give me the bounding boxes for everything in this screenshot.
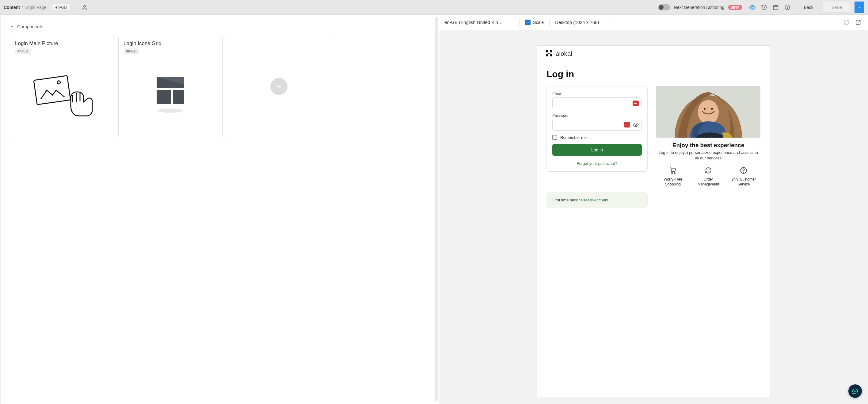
component-card-thumbnail bbox=[124, 54, 217, 134]
email-label: Email bbox=[552, 92, 642, 96]
chevron-down-icon bbox=[607, 20, 610, 25]
add-component-card[interactable] bbox=[227, 36, 331, 137]
component-card-title: Login Icons Grid bbox=[124, 40, 217, 46]
promo-feature-label: 24/7 Customer Service bbox=[728, 177, 759, 187]
help-icon bbox=[740, 166, 748, 175]
breadcrumb-page[interactable]: Login Page bbox=[25, 5, 46, 10]
svg-point-25 bbox=[856, 391, 856, 392]
svg-point-0 bbox=[84, 5, 86, 7]
chevron-down-icon bbox=[10, 25, 14, 29]
preview-locale-value: en-GB (English United Kin… bbox=[444, 20, 503, 25]
promo-feature-shopping: Worry-Free Shopping bbox=[658, 166, 688, 187]
preview-eye-icon[interactable] bbox=[748, 3, 757, 12]
promo-feature-label: Worry-Free Shopping bbox=[658, 177, 688, 187]
svg-rect-4 bbox=[34, 76, 70, 105]
svg-point-1 bbox=[751, 6, 753, 8]
promo-title: Enjoy the best experience bbox=[656, 142, 761, 149]
nga-toggle[interactable] bbox=[658, 4, 670, 10]
signup-prefix: First time here? bbox=[552, 198, 581, 202]
component-card-login-icons-grid[interactable]: Login Icons Grid en-GB bbox=[118, 36, 222, 137]
svg-point-15 bbox=[635, 124, 637, 126]
promo-column: Enjoy the best experience Log in to enjo… bbox=[656, 86, 761, 187]
back-button[interactable]: Back bbox=[804, 5, 813, 10]
top-toolbar: Content / Login Page en-GB Next Generati… bbox=[0, 0, 868, 15]
remember-label: Remember me bbox=[560, 135, 587, 140]
components-section-toggle[interactable]: Components bbox=[10, 24, 428, 29]
svg-rect-7 bbox=[157, 90, 171, 104]
promo-image bbox=[656, 86, 761, 137]
sync-icon bbox=[704, 166, 712, 175]
right-pane: en-GB (English United Kin… Scale Desktop… bbox=[439, 15, 868, 404]
component-card-locale: en-GB bbox=[15, 49, 31, 54]
component-card-title: Login Main Picture bbox=[15, 40, 109, 46]
password-manager-icon[interactable]: ••• bbox=[624, 122, 630, 127]
info-icon[interactable] bbox=[783, 3, 792, 12]
login-submit-button[interactable]: Log in bbox=[552, 144, 642, 156]
svg-rect-10 bbox=[546, 50, 548, 53]
show-password-icon[interactable] bbox=[632, 122, 639, 127]
user-icon[interactable] bbox=[80, 3, 89, 12]
pane-splitter[interactable] bbox=[434, 15, 439, 404]
locale-chip[interactable]: en-GB bbox=[52, 4, 70, 10]
svg-rect-13 bbox=[550, 54, 552, 56]
password-manager-icon[interactable]: ••• bbox=[632, 100, 639, 106]
brand-name: alokai bbox=[556, 50, 572, 57]
svg-point-19 bbox=[672, 173, 673, 174]
svg-point-17 bbox=[704, 108, 706, 110]
refresh-icon[interactable] bbox=[842, 18, 851, 27]
preview-toolbar: en-GB (English United Kin… Scale Desktop… bbox=[439, 15, 868, 30]
svg-point-9 bbox=[158, 108, 183, 113]
promo-subtitle: Log in to enjoy a personalized experienc… bbox=[656, 150, 761, 161]
svg-rect-8 bbox=[173, 90, 184, 104]
component-card-thumbnail bbox=[15, 54, 109, 134]
svg-rect-11 bbox=[550, 50, 552, 53]
create-account-link[interactable]: Create Account bbox=[581, 198, 609, 202]
svg-point-18 bbox=[711, 108, 713, 110]
chat-fab[interactable] bbox=[848, 384, 862, 398]
forgot-password-link[interactable]: Forgot your password? bbox=[552, 161, 642, 166]
login-heading: Log in bbox=[547, 69, 761, 80]
email-input[interactable] bbox=[552, 97, 642, 109]
save-dropdown-button[interactable] bbox=[855, 2, 864, 13]
svg-rect-12 bbox=[546, 54, 548, 56]
scale-toggle[interactable]: Scale bbox=[525, 20, 544, 25]
nga-label: Next Generation Authoring bbox=[674, 5, 724, 10]
breadcrumb-root[interactable]: Content bbox=[4, 5, 20, 10]
preview-locale-dropdown[interactable]: en-GB (English United Kin… bbox=[444, 20, 514, 25]
login-form-card: Email ••• Password ••• bbox=[547, 86, 648, 172]
brand-logo-icon bbox=[545, 50, 553, 58]
viewport-dropdown[interactable]: Desktop (1024 x 768) bbox=[555, 20, 610, 25]
breadcrumb[interactable]: Content / Login Page bbox=[4, 5, 46, 10]
svg-point-14 bbox=[548, 53, 550, 54]
svg-point-23 bbox=[854, 391, 855, 392]
cart-icon bbox=[669, 166, 677, 175]
promo-feature-orders: Order Management bbox=[693, 166, 724, 187]
brand-bar: alokai bbox=[537, 46, 770, 62]
scale-label: Scale bbox=[533, 20, 544, 25]
promo-feature-support: 24/7 Customer Service bbox=[728, 166, 759, 187]
separator bbox=[75, 3, 75, 11]
component-card-locale: en-GB bbox=[124, 49, 139, 54]
svg-rect-2 bbox=[773, 5, 778, 9]
beta-badge: BETA bbox=[728, 5, 742, 10]
svg-point-20 bbox=[674, 173, 675, 174]
preview-viewport[interactable]: alokai Log in Email ••• Passwo bbox=[439, 30, 868, 404]
viewport-value: Desktop (1024 x 768) bbox=[555, 20, 599, 25]
history-icon[interactable] bbox=[760, 3, 768, 12]
calendar-icon[interactable] bbox=[771, 3, 780, 12]
signup-callout: First time here? Create Account. bbox=[547, 192, 648, 208]
svg-point-16 bbox=[698, 100, 719, 124]
components-section-title: Components bbox=[17, 24, 43, 29]
save-button[interactable]: Save bbox=[823, 2, 851, 12]
chevron-down-icon bbox=[510, 20, 514, 25]
breadcrumb-separator: / bbox=[22, 5, 24, 10]
component-card-login-main-picture[interactable]: Login Main Picture en-GB bbox=[10, 36, 114, 137]
svg-point-5 bbox=[57, 81, 60, 84]
remember-checkbox[interactable] bbox=[552, 135, 557, 140]
scale-checkbox[interactable] bbox=[525, 20, 531, 25]
promo-feature-label: Order Management bbox=[693, 177, 724, 187]
open-external-icon[interactable] bbox=[854, 18, 863, 27]
left-pane: Components Login Main Picture en-GB bbox=[0, 15, 434, 404]
plus-icon bbox=[270, 78, 287, 95]
svg-point-24 bbox=[855, 391, 856, 392]
